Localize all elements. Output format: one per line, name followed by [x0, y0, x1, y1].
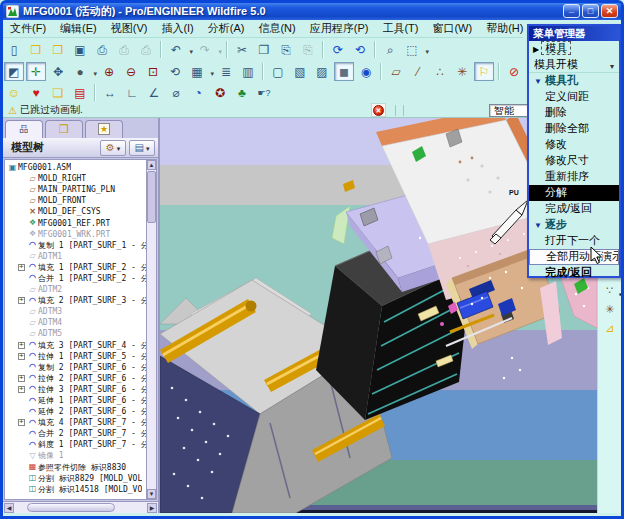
- print-preview-icon[interactable]: ⎙: [114, 40, 134, 59]
- tree-item[interactable]: 延伸 2 [PART_SURF_6 - 分: [5, 406, 146, 417]
- title-bar[interactable]: MFG0001 (活动的) - Pro/ENGINEER Wildfire 5.…: [3, 2, 621, 20]
- no-hidden-icon[interactable]: ▨: [312, 62, 332, 81]
- view-manager-icon[interactable]: ▥: [238, 62, 258, 81]
- menu-file[interactable]: 文件(F): [3, 20, 53, 37]
- tree-item[interactable]: MOLD_RIGHT: [5, 173, 146, 184]
- menu-item-delete[interactable]: 删除: [529, 105, 619, 121]
- display-filter-icon[interactable]: ◩: [4, 62, 24, 81]
- tree-vertical-scrollbar[interactable]: ▲ ▼: [146, 159, 157, 500]
- measure-angle-icon[interactable]: ∠: [144, 83, 164, 102]
- menu-info[interactable]: 信息(N): [251, 20, 302, 37]
- regenerate-manager-icon[interactable]: ⟲: [350, 40, 370, 59]
- tree-item[interactable]: 填充 3 [PART_SURF_4 - 分: [5, 340, 146, 351]
- scroll-up-icon[interactable]: ▲: [147, 160, 156, 170]
- expand-icon[interactable]: [18, 342, 25, 349]
- save-icon[interactable]: ▣: [70, 40, 90, 59]
- plane-display-icon[interactable]: ▱: [386, 62, 406, 81]
- analysis-view-icon[interactable]: ✪: [210, 83, 230, 102]
- datum-csys-tool-icon[interactable]: ✳: [600, 300, 620, 319]
- menu-item-done-return-2[interactable]: 完成/返回: [529, 265, 619, 281]
- measure-diameter-icon[interactable]: ⌀: [166, 83, 186, 102]
- expand-icon[interactable]: [18, 297, 25, 304]
- open-icon[interactable]: ❒: [26, 40, 46, 59]
- scroll-right-icon[interactable]: ▶: [147, 503, 157, 513]
- tree-item[interactable]: 斜度 1 [PART_SURF_7 - 分: [5, 439, 146, 450]
- print-setup-icon[interactable]: ⎙: [136, 40, 156, 59]
- tree-item[interactable]: 复制 2 [PART_SURF_6 - 分: [5, 362, 146, 373]
- tree-item[interactable]: 分割 标识14518 [MOLD_VO: [5, 484, 146, 495]
- tree-item[interactable]: MFG0001_WRK.PRT: [5, 229, 146, 240]
- print-icon[interactable]: ⎙: [92, 40, 112, 59]
- tree-item[interactable]: 合并 1 [PART_SURF_2 - 分: [5, 273, 146, 284]
- redo-icon[interactable]: ↷: [195, 40, 215, 59]
- model-analysis-icon[interactable]: ♣: [232, 83, 252, 102]
- tree-item[interactable]: 拉伸 1 [PART_SURF_5 - 分: [5, 351, 146, 362]
- tree-item[interactable]: MOLD_DEF_CSYS: [5, 206, 146, 217]
- undo-icon[interactable]: ↶: [166, 40, 186, 59]
- menu-item-reorder[interactable]: 重新排序: [529, 169, 619, 185]
- menu-item-done-return[interactable]: 完成/返回: [529, 201, 619, 217]
- tree-item[interactable]: 延伸 1 [PART_SURF_6 - 分: [5, 395, 146, 406]
- menu-trail[interactable]: ▶模具: [529, 41, 619, 57]
- expand-icon[interactable]: [18, 264, 25, 271]
- menu-item-open-next[interactable]: 打开下一个: [529, 233, 619, 249]
- favorites-tab[interactable]: ★: [85, 120, 123, 138]
- tree-item[interactable]: 镜像 1: [5, 450, 146, 461]
- maximize-button[interactable]: [582, 4, 599, 18]
- tree-item[interactable]: ADTM4: [5, 317, 146, 328]
- expand-icon[interactable]: [18, 353, 25, 360]
- tree-item[interactable]: ADTM1: [5, 251, 146, 262]
- menu-item-explode[interactable]: 分解: [529, 185, 619, 201]
- menu-view[interactable]: 视图(V): [104, 20, 155, 37]
- hidden-line-icon[interactable]: ▧: [290, 62, 310, 81]
- tree-show-button[interactable]: [129, 140, 155, 156]
- tree-settings-button[interactable]: [100, 140, 126, 156]
- tree-item[interactable]: 填充 4 [PART_SURF_7 - 分: [5, 417, 146, 428]
- select-box-icon[interactable]: ⬚: [402, 40, 422, 59]
- menu-help[interactable]: 帮助(H): [479, 20, 530, 37]
- tree-item[interactable]: ADTM2: [5, 284, 146, 295]
- expand-icon[interactable]: [18, 375, 25, 382]
- orient-mode-icon[interactable]: ✥: [48, 62, 68, 81]
- menu-insert[interactable]: 插入(I): [154, 20, 200, 37]
- layers-icon[interactable]: ≣: [216, 62, 236, 81]
- section-mold-open[interactable]: 模具孔: [529, 73, 619, 89]
- reorient-icon[interactable]: ⟲: [165, 62, 185, 81]
- folder-browser-tab[interactable]: ❒: [45, 120, 83, 138]
- zoom-out-icon[interactable]: ⊖: [121, 62, 141, 81]
- scroll-thumb[interactable]: [27, 503, 115, 512]
- tree-item[interactable]: ADTM5: [5, 328, 146, 339]
- saved-views-icon[interactable]: ▦: [187, 62, 207, 81]
- window-tool-icon[interactable]: ❏: [48, 83, 68, 102]
- menu-item-mod-dim[interactable]: 修改尺寸: [529, 153, 619, 169]
- menu-item-define-step[interactable]: 定义间距: [529, 89, 619, 105]
- point-display-icon[interactable]: ∴: [430, 62, 450, 81]
- menu-tools[interactable]: 工具(T): [375, 20, 425, 37]
- tree-item[interactable]: MAIN_PARTING_PLN: [5, 184, 146, 195]
- scroll-thumb[interactable]: [147, 171, 156, 223]
- spin-center-icon[interactable]: ✛: [26, 62, 46, 81]
- measure-area-icon[interactable]: ◔: [188, 83, 208, 102]
- menu-applications[interactable]: 应用程序(P): [303, 20, 376, 37]
- annotation-display-icon[interactable]: ⚐: [474, 62, 494, 81]
- copy-icon[interactable]: ❐: [254, 40, 274, 59]
- tree-item[interactable]: ADTM3: [5, 306, 146, 317]
- stop-button[interactable]: ✕: [371, 103, 386, 117]
- wireframe-icon[interactable]: ▢: [268, 62, 288, 81]
- cut-icon[interactable]: ✂: [232, 40, 252, 59]
- menu-item-delete-all[interactable]: 删除全部: [529, 121, 619, 137]
- menu-combo[interactable]: 模具开模: [529, 57, 619, 73]
- measure-distance-icon[interactable]: ↔: [100, 83, 120, 102]
- tree-item[interactable]: 填充 1 [PART_SURF_2 - 分: [5, 262, 146, 273]
- find-icon[interactable]: ⌕: [380, 40, 400, 59]
- tree-item[interactable]: 参照零件切除 标识8830: [5, 462, 146, 473]
- zoom-fit-icon[interactable]: ⊡: [143, 62, 163, 81]
- heart-icon[interactable]: ♥: [26, 83, 46, 102]
- regenerate-icon[interactable]: ⟳: [328, 40, 348, 59]
- tree-item[interactable]: 复制 1 [PART_SURF_1 - 分: [5, 240, 146, 251]
- shaded-icon[interactable]: ◼: [334, 62, 354, 81]
- tree-item[interactable]: MOLD_FRONT: [5, 195, 146, 206]
- zoom-in-icon[interactable]: ⊕: [99, 62, 119, 81]
- tree-item[interactable]: 填充 2 [PART_SURF_3 - 分: [5, 295, 146, 306]
- smiley-icon[interactable]: ☺: [4, 83, 24, 102]
